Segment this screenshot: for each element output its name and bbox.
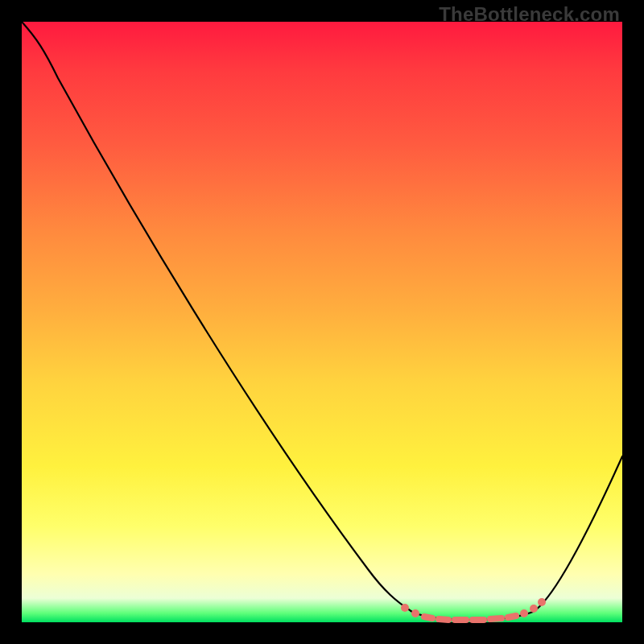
bottleneck-curve bbox=[22, 22, 622, 622]
highlight-band bbox=[401, 598, 546, 620]
chart-frame: TheBottleneck.com bbox=[0, 0, 644, 644]
svg-line-7 bbox=[508, 616, 516, 617]
svg-line-2 bbox=[424, 617, 432, 618]
svg-line-6 bbox=[490, 618, 502, 619]
svg-line-3 bbox=[439, 619, 448, 620]
curve-path bbox=[22, 22, 622, 620]
svg-point-0 bbox=[401, 604, 409, 612]
attribution-label: TheBottleneck.com bbox=[439, 3, 620, 26]
svg-point-10 bbox=[538, 598, 546, 606]
svg-point-9 bbox=[530, 605, 538, 613]
chart-plot-area bbox=[22, 22, 622, 622]
svg-point-1 bbox=[411, 609, 419, 617]
svg-point-8 bbox=[520, 609, 528, 617]
